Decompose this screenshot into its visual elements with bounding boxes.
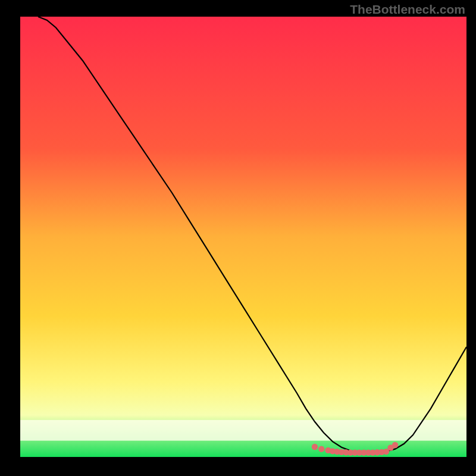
highlight-band bbox=[20, 420, 466, 441]
marker-dot bbox=[318, 446, 324, 452]
chart-background bbox=[20, 17, 466, 457]
chart-root: TheBottleneck.com bbox=[0, 0, 476, 476]
chart-svg bbox=[20, 17, 466, 457]
marker-dot bbox=[312, 444, 318, 450]
watermark-text: TheBottleneck.com bbox=[350, 2, 465, 17]
plot-area bbox=[20, 17, 466, 457]
marker-dot bbox=[392, 442, 398, 448]
